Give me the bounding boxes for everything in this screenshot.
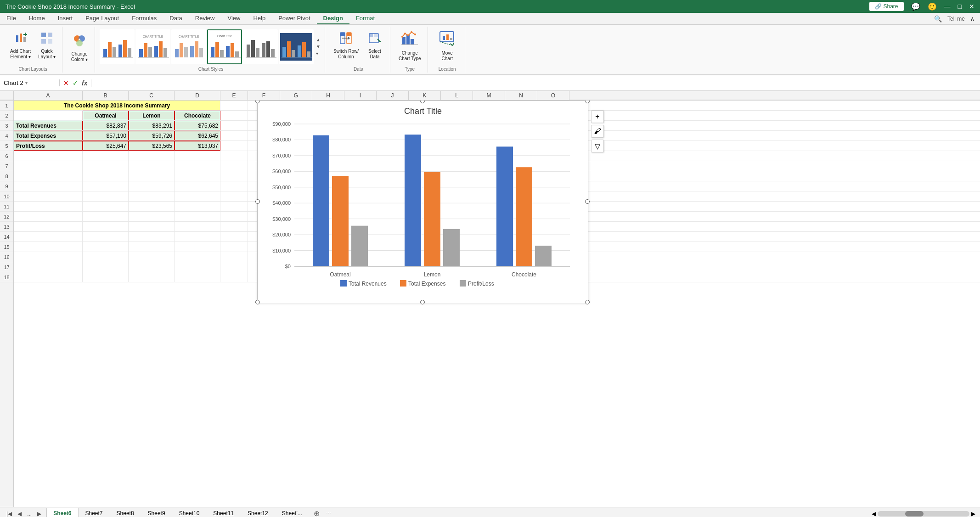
cell-10-C[interactable] xyxy=(129,191,175,201)
cell-5-D[interactable]: $13,037 xyxy=(175,141,220,151)
cell-2-E[interactable] xyxy=(220,111,248,120)
row-number-5[interactable]: 5 xyxy=(0,141,13,151)
cell-10-A[interactable] xyxy=(14,191,83,201)
chart-toolbar-filter[interactable]: ▽ xyxy=(591,140,604,152)
tab-file[interactable]: File xyxy=(0,13,23,24)
share-button[interactable]: 🔗 Share xyxy=(869,2,903,11)
cell-3-E[interactable] xyxy=(220,121,248,130)
row-number-2[interactable]: 2 xyxy=(0,111,13,121)
col-header-k[interactable]: K xyxy=(409,91,441,100)
sheet-tab-Sheet6[interactable]: Sheet6 xyxy=(46,508,78,517)
tell-me-label[interactable]: Tell me xyxy=(947,16,965,22)
cell-15-E[interactable] xyxy=(220,242,248,252)
ribbon-collapse-icon[interactable]: ∧ xyxy=(970,16,974,22)
cell-5-C[interactable]: $23,565 xyxy=(129,141,175,151)
cell-5-A[interactable]: Profit/Loss xyxy=(14,141,83,151)
tab-review[interactable]: Review xyxy=(189,13,221,24)
chart-resize-handle[interactable] xyxy=(585,199,590,204)
row-number-11[interactable]: 11 xyxy=(0,202,13,212)
cell-13-E[interactable] xyxy=(220,222,248,231)
confirm-formula-button[interactable]: ✓ xyxy=(73,79,78,87)
cell-9-C[interactable] xyxy=(129,181,175,191)
cell-7-C[interactable] xyxy=(129,161,175,171)
cell-17-C[interactable] xyxy=(129,262,175,272)
cell-1-A[interactable]: The Cookie Shop 2018 Income Summary xyxy=(14,101,220,110)
maximize-icon[interactable]: □ xyxy=(958,3,962,10)
col-header-f[interactable]: F xyxy=(248,91,280,100)
col-header-e[interactable]: E xyxy=(220,91,248,100)
chart-style-6[interactable] xyxy=(279,29,314,64)
cell-14-B[interactable] xyxy=(83,232,129,242)
sheet-nav-next[interactable]: ▶ xyxy=(35,510,43,517)
col-header-c[interactable]: C xyxy=(129,91,175,100)
tab-view[interactable]: View xyxy=(221,13,247,24)
cell-17-A[interactable] xyxy=(14,262,83,272)
cell-17-E[interactable] xyxy=(220,262,248,272)
tab-home[interactable]: Home xyxy=(23,13,51,24)
chart-style-1[interactable] xyxy=(100,29,135,64)
cell-16-A[interactable] xyxy=(14,252,83,262)
cell-15-C[interactable] xyxy=(129,242,175,252)
formula-input[interactable] xyxy=(91,79,980,86)
row-number-4[interactable]: 4 xyxy=(0,131,13,141)
cell-8-C[interactable] xyxy=(129,171,175,181)
row-number-3[interactable]: 3 xyxy=(0,121,13,131)
row-number-7[interactable]: 7 xyxy=(0,161,13,171)
chart-style-3[interactable]: CHART TITLE xyxy=(171,29,206,64)
sheet-options-button[interactable]: ⋯ xyxy=(324,511,333,517)
sheet-tab-Sheet12[interactable]: Sheet12 xyxy=(241,508,275,517)
change-chart-type-button[interactable]: ChangeChart Type xyxy=(396,28,424,63)
col-header-n[interactable]: N xyxy=(505,91,537,100)
tab-format[interactable]: Format xyxy=(349,13,381,24)
row-number-14[interactable]: 14 xyxy=(0,232,13,242)
chart-resize-handle[interactable] xyxy=(420,300,425,304)
add-chart-element-button[interactable]: Add ChartElement ▾ xyxy=(7,30,34,61)
close-icon[interactable]: ✕ xyxy=(969,3,974,10)
sheet-nav-prev[interactable]: ◀ xyxy=(16,510,23,517)
cell-6-C[interactable] xyxy=(129,151,175,161)
cell-10-D[interactable] xyxy=(175,191,220,201)
cell-2-C[interactable]: Lemon xyxy=(129,111,175,120)
name-box[interactable]: Chart 2 ▾ xyxy=(0,79,60,86)
comments-icon[interactable]: 💬 xyxy=(911,2,920,11)
fx-button[interactable]: fx xyxy=(82,79,87,87)
cell-8-E[interactable] xyxy=(220,171,248,181)
cell-7-B[interactable] xyxy=(83,161,129,171)
cancel-formula-button[interactable]: ✕ xyxy=(63,79,69,87)
col-header-g[interactable]: G xyxy=(280,91,312,100)
cell-10-E[interactable] xyxy=(220,191,248,201)
scroll-up-arrow[interactable]: ▲ xyxy=(315,37,322,43)
row-number-9[interactable]: 9 xyxy=(0,181,13,191)
chart-resize-handle[interactable] xyxy=(585,300,590,304)
cell-15-B[interactable] xyxy=(83,242,129,252)
cell-9-B[interactable] xyxy=(83,181,129,191)
cell-4-B[interactable]: $57,190 xyxy=(83,131,129,140)
scroll-expand-arrow[interactable]: ▾ xyxy=(315,51,322,56)
minimize-icon[interactable]: — xyxy=(944,3,951,10)
chart-toolbar-add-element[interactable]: + xyxy=(591,110,604,123)
tab-formulas[interactable]: Formulas xyxy=(125,13,163,24)
tab-power-pivot[interactable]: Power Pivot xyxy=(272,13,316,24)
switch-row-col-button[interactable]: Switch Row/Column xyxy=(331,30,361,61)
cell-9-A[interactable] xyxy=(14,181,83,191)
cell-12-E[interactable] xyxy=(220,212,248,221)
chart-style-4[interactable]: Chart Title xyxy=(207,29,242,64)
hscrollbar[interactable] xyxy=(878,511,969,517)
cell-12-A[interactable] xyxy=(14,212,83,221)
row-number-6[interactable]: 6 xyxy=(0,151,13,161)
change-colors-button[interactable]: ● ChangeColors ▾ xyxy=(68,32,91,64)
hscroll-right[interactable]: ▶ xyxy=(971,511,975,517)
sheet-tab-Sheet8[interactable]: Sheet8 xyxy=(110,508,141,517)
cell-7-E[interactable] xyxy=(220,161,248,171)
cell-12-B[interactable] xyxy=(83,212,129,221)
sheet-tab-Sheet----[interactable]: Sheet’... xyxy=(275,508,309,517)
quick-layout-button[interactable]: QuickLayout ▾ xyxy=(35,30,58,61)
smiley-icon[interactable]: 🙂 xyxy=(928,2,937,11)
col-header-d[interactable]: D xyxy=(175,91,220,100)
cell-12-C[interactable] xyxy=(129,212,175,221)
search-icon[interactable]: 🔍 xyxy=(934,15,942,22)
cell-9-E[interactable] xyxy=(220,181,248,191)
cell-6-B[interactable] xyxy=(83,151,129,161)
cell-9-D[interactable] xyxy=(175,181,220,191)
cell-13-D[interactable] xyxy=(175,222,220,231)
